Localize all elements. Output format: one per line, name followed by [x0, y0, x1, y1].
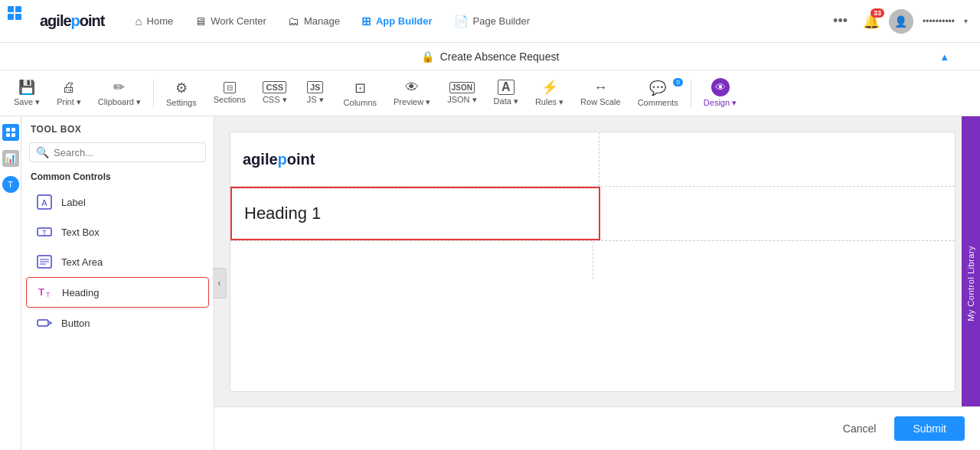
canvas-logo: agilepoint	[243, 151, 315, 168]
sidebar-chart-icon[interactable]: 📊	[2, 150, 19, 167]
nav-workcenter-label: Work Center	[211, 15, 266, 27]
top-navigation: agilepoint ⌂ Home 🖥 Work Center 🗂 Manage…	[0, 0, 980, 43]
sidebar-icons: 📊 T	[0, 116, 21, 450]
toolbar-settings-label: Settings	[166, 98, 197, 107]
nav-workcenter[interactable]: 🖥 Work Center	[185, 10, 276, 32]
toolbar-clipboard[interactable]: ✏ Clipboard ▾	[90, 76, 149, 110]
toolbar-css[interactable]: CSS CSS ▾	[255, 78, 295, 108]
toolbar-sections[interactable]: ⊟ Sections	[206, 79, 253, 107]
tool-label[interactable]: A Label	[26, 188, 209, 217]
page-icon: 📄	[454, 15, 469, 28]
toolbar-print-label: Print ▾	[57, 97, 81, 107]
user-name[interactable]: ••••••••••	[923, 16, 955, 27]
toolbar-design[interactable]: 👁 Design ▾	[696, 75, 744, 111]
toolbar-rowscale[interactable]: ↔ Row Scale	[573, 77, 629, 109]
search-box[interactable]: 🔍	[29, 142, 206, 162]
main-layout: 📊 T TOOL BOX 🔍 Common Controls A	[0, 116, 980, 450]
page-title-bar: 🔒 Create Absence Request ▲	[0, 43, 980, 70]
toolbar-json[interactable]: JSON JSON ▾	[439, 79, 484, 108]
textbox-icon-svg: T	[36, 223, 53, 240]
toolbar-save[interactable]: 💾 Save ▾	[6, 76, 47, 110]
nav-home[interactable]: ⌂ Home	[126, 10, 182, 32]
toolbar-comments[interactable]: 💬 0 Comments	[630, 77, 686, 110]
collapse-up-arrow[interactable]: ▲	[939, 51, 949, 62]
canvas-cell-empty-2	[600, 187, 955, 240]
toolbar-print[interactable]: 🖨 Print ▾	[49, 77, 89, 110]
nav-appbuilder-label: App Builder	[376, 15, 433, 27]
panel-collapse-handle[interactable]: ‹	[213, 268, 227, 298]
toolbox-items: A Label T Text Box	[21, 187, 214, 338]
svg-text:T: T	[46, 291, 51, 298]
toolbar-comments-label: Comments	[638, 98, 678, 107]
toolbar-save-label: Save ▾	[14, 97, 40, 107]
right-panel-sidebar[interactable]: My Control Library	[962, 116, 980, 450]
submit-button[interactable]: Submit	[894, 416, 965, 441]
print-icon: 🖨	[62, 80, 76, 96]
user-avatar[interactable]: 👤	[889, 9, 913, 34]
toolbar-rules[interactable]: ⚡ Rules ▾	[528, 76, 571, 110]
toolbox-icon-svg	[5, 127, 16, 138]
notifications-button[interactable]: 🔔 33	[863, 13, 880, 30]
tool-textbox[interactable]: T Text Box	[26, 217, 209, 246]
toolbar-settings[interactable]: ⚙ Settings	[158, 77, 204, 110]
nav-pagebuilder[interactable]: 📄 Page Builder	[445, 10, 539, 33]
user-dropdown-arrow[interactable]: ▾	[964, 17, 968, 25]
toolbar-design-label: Design ▾	[704, 98, 737, 108]
toolbox-header: TOOL BOX	[21, 116, 214, 139]
svg-rect-2	[6, 133, 10, 137]
preview-icon: 👁	[405, 80, 419, 96]
settings-icon: ⚙	[175, 80, 188, 96]
svg-rect-3	[11, 133, 15, 137]
canvas-row-empty	[230, 241, 955, 279]
nav-appbuilder[interactable]: ⊞ App Builder	[352, 10, 442, 33]
save-icon: 💾	[18, 79, 35, 96]
search-icon: 🔍	[36, 146, 49, 158]
tool-button-text: Button	[61, 318, 90, 329]
tool-textbox-text: Text Box	[61, 227, 100, 238]
cancel-button[interactable]: Cancel	[834, 418, 886, 439]
toolbox-content: TOOL BOX 🔍 Common Controls A Label	[21, 116, 214, 450]
sidebar-toolbox-icon[interactable]	[2, 124, 19, 141]
canvas-cell-empty-4	[593, 241, 956, 279]
form-canvas: agilepoint Heading 1	[230, 132, 956, 392]
label-icon-svg: A	[36, 194, 53, 210]
page-title: Create Absence Request	[440, 51, 560, 63]
toolbar: 💾 Save ▾ 🖨 Print ▾ ✏ Clipboard ▾ ⚙ Setti…	[0, 70, 980, 116]
monitor-icon: 🖥	[194, 15, 206, 28]
toolbar-data[interactable]: A Data ▾	[486, 77, 526, 109]
comments-icon: 💬	[649, 80, 666, 96]
sidebar-user-icon[interactable]: T	[2, 176, 19, 193]
canvas-row-heading: Heading 1	[230, 187, 955, 241]
button-icon-svg	[36, 315, 53, 331]
nav-home-label: Home	[147, 15, 174, 27]
heading-icon-svg: T T	[37, 284, 54, 301]
canvas-cell-heading[interactable]: Heading 1	[230, 187, 600, 240]
nav-manage[interactable]: 🗂 Manage	[279, 10, 349, 32]
grid-icon-nav: ⊞	[361, 15, 371, 28]
canvas-area: agilepoint Heading 1	[214, 116, 980, 450]
grid-menu-button[interactable]	[8, 6, 21, 20]
nav-more-button[interactable]: •••	[827, 10, 854, 32]
folder-icon: 🗂	[288, 15, 299, 28]
rules-icon: ⚡	[541, 79, 558, 96]
comments-badge: 0	[673, 78, 682, 86]
toolbar-preview[interactable]: 👁 Preview ▾	[386, 77, 438, 110]
bottom-actions: Cancel Submit	[214, 406, 980, 450]
toolbar-sep-1	[153, 80, 154, 107]
rowscale-icon: ↔	[593, 80, 607, 96]
chart-icon: 📊	[5, 153, 16, 164]
toolbar-js[interactable]: JS JS ▾	[296, 78, 335, 108]
search-input[interactable]	[54, 147, 199, 158]
tool-heading[interactable]: T T Heading	[26, 277, 209, 308]
tool-textarea[interactable]: Text Area	[26, 247, 209, 276]
logo[interactable]: agilepoint	[40, 12, 104, 30]
lock-icon: 🔒	[421, 51, 434, 63]
toolbar-columns[interactable]: ⊡ Columns	[336, 77, 384, 110]
tool-button[interactable]: Button	[26, 308, 209, 338]
toolbar-rowscale-label: Row Scale	[580, 97, 621, 106]
canvas-row-logo: agilepoint	[230, 132, 955, 187]
common-controls-label: Common Controls	[21, 168, 214, 187]
nav-pagebuilder-label: Page Builder	[473, 15, 530, 27]
sections-icon: ⊟	[224, 82, 236, 93]
svg-text:T: T	[38, 286, 44, 298]
